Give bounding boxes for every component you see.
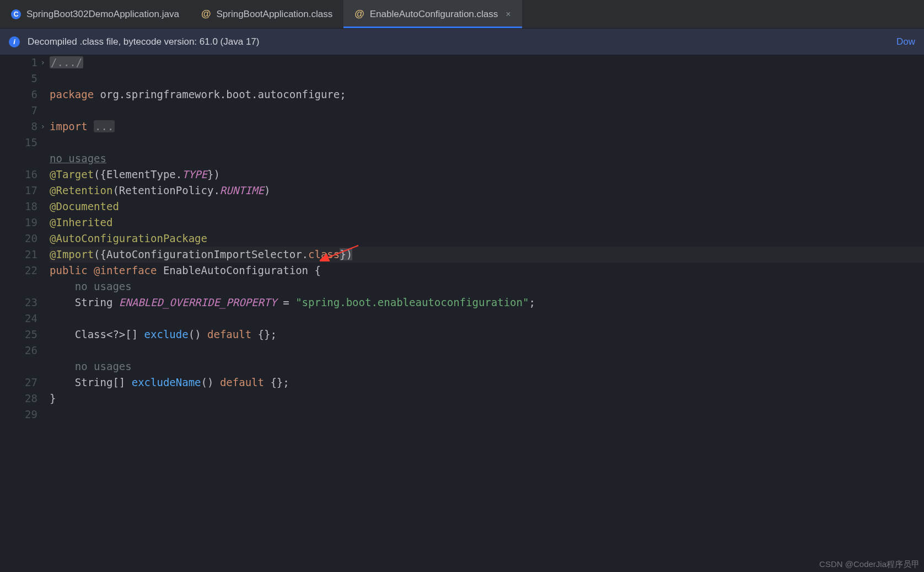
- tab-demo-app[interactable]: C SpringBoot302DemoApplication.java: [0, 0, 190, 28]
- tab-label: SpringBootApplication.class: [216, 9, 332, 20]
- tab-label: EnableAutoConfiguration.class: [370, 9, 498, 20]
- fold-icon[interactable]: ›: [41, 55, 45, 71]
- download-sources-link[interactable]: Dow: [896, 36, 915, 47]
- fold-icon[interactable]: ›: [41, 119, 45, 135]
- line-gutter: 1› 5 6 7 8› 15 16 17 18 19 20 21 22 23 2…: [0, 55, 47, 572]
- watermark: CSDN @CoderJia程序员甲: [819, 559, 920, 570]
- highlighted-line: @Import({AutoConfigurationImportSelector…: [50, 247, 924, 263]
- usages-hint[interactable]: no usages: [75, 360, 132, 372]
- annotation-icon: @: [201, 8, 211, 20]
- code-editor[interactable]: 1› 5 6 7 8› 15 16 17 18 19 20 21 22 23 2…: [0, 55, 924, 572]
- annotation-icon: @: [354, 8, 364, 20]
- tab-enable-autoconfig[interactable]: @ EnableAutoConfiguration.class ×: [343, 0, 522, 28]
- tab-springboot-app[interactable]: @ SpringBootApplication.class: [190, 0, 343, 28]
- tab-label: SpringBoot302DemoApplication.java: [26, 9, 179, 20]
- editor-tabs: C SpringBoot302DemoApplication.java @ Sp…: [0, 0, 924, 29]
- folded-block[interactable]: /.../: [50, 56, 83, 68]
- info-text: Decompiled .class file, bytecode version…: [28, 36, 259, 47]
- code-content[interactable]: /.../ package org.springframework.boot.a…: [47, 55, 924, 572]
- close-icon[interactable]: ×: [506, 9, 511, 19]
- folded-block[interactable]: ...: [94, 120, 115, 132]
- info-icon: i: [9, 36, 20, 47]
- java-class-icon: C: [11, 9, 21, 19]
- decompiled-info-bar: i Decompiled .class file, bytecode versi…: [0, 29, 924, 55]
- usages-hint[interactable]: no usages: [50, 152, 106, 164]
- usages-hint[interactable]: no usages: [75, 280, 132, 292]
